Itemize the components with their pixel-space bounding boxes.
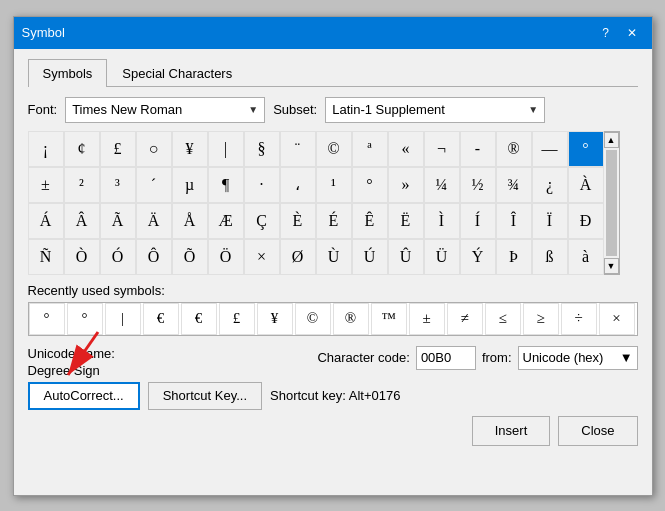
symbol-cell[interactable]: Ë (388, 203, 424, 239)
bottom-buttons-row: Insert Close (28, 416, 638, 446)
symbol-cell[interactable]: · (244, 167, 280, 203)
symbol-cell[interactable]: Á (28, 203, 64, 239)
symbol-cell[interactable]: Ø (280, 239, 316, 275)
recent-symbol-cell[interactable]: © (295, 303, 331, 335)
symbol-cell[interactable]: à (568, 239, 604, 275)
symbol-scrollbar[interactable]: ▲ ▼ (604, 131, 620, 275)
close-x-button[interactable]: ✕ (620, 23, 644, 43)
symbol-cell[interactable]: Ô (136, 239, 172, 275)
symbol-cell[interactable]: Ð (568, 203, 604, 239)
symbol-cell[interactable]: Ò (64, 239, 100, 275)
recent-symbol-cell[interactable]: ® (333, 303, 369, 335)
symbol-cell[interactable]: ¬ (424, 131, 460, 167)
symbol-cell[interactable]: Ù (316, 239, 352, 275)
symbol-cell[interactable]: Å (172, 203, 208, 239)
symbol-cell[interactable]: ® (496, 131, 532, 167)
symbol-cell[interactable]: £ (100, 131, 136, 167)
recent-symbol-cell[interactable]: ± (409, 303, 445, 335)
symbol-cell[interactable]: ¾ (496, 167, 532, 203)
symbol-cell[interactable]: » (388, 167, 424, 203)
symbol-cell[interactable]: ، (280, 167, 316, 203)
recent-symbol-cell[interactable]: ÷ (561, 303, 597, 335)
symbol-cell[interactable]: Ö (208, 239, 244, 275)
symbol-cell[interactable]: µ (172, 167, 208, 203)
symbol-cell[interactable]: ¡ (28, 131, 64, 167)
symbol-cell[interactable]: Þ (496, 239, 532, 275)
symbol-cell[interactable]: Ú (352, 239, 388, 275)
symbol-cell[interactable]: Ì (424, 203, 460, 239)
symbol-cell[interactable]: ½ (460, 167, 496, 203)
symbol-cell[interactable]: Í (460, 203, 496, 239)
autocorrect-button[interactable]: AutoCorrect... (28, 382, 140, 410)
action-buttons-row: AutoCorrect... Shortcut Key... Shortcut … (28, 382, 638, 410)
symbol-cell[interactable]: | (208, 131, 244, 167)
symbol-cell[interactable]: ´ (136, 167, 172, 203)
symbol-cell[interactable]: - (460, 131, 496, 167)
symbol-cell[interactable]: ª (352, 131, 388, 167)
recent-symbol-cell[interactable]: × (599, 303, 635, 335)
symbol-cell[interactable]: — (532, 131, 568, 167)
symbol-cell[interactable]: ° (352, 167, 388, 203)
recent-symbol-cell[interactable]: ™ (371, 303, 407, 335)
from-select[interactable]: Unicode (hex) ▼ (518, 346, 638, 370)
recent-symbol-cell[interactable]: ¥ (257, 303, 293, 335)
scroll-up-button[interactable]: ▲ (604, 132, 619, 148)
close-button[interactable]: Close (558, 416, 637, 446)
symbol-cell[interactable]: ¶ (208, 167, 244, 203)
recent-symbol-cell[interactable]: ° (29, 303, 65, 335)
recent-symbol-cell[interactable]: € (143, 303, 179, 335)
recent-symbol-cell[interactable]: ≥ (523, 303, 559, 335)
symbol-cell[interactable]: Ó (100, 239, 136, 275)
symbol-cell[interactable]: É (316, 203, 352, 239)
insert-button[interactable]: Insert (472, 416, 551, 446)
symbol-cell[interactable]: ± (28, 167, 64, 203)
recent-symbol-cell[interactable]: ° (67, 303, 103, 335)
symbol-cell[interactable]: ¥ (172, 131, 208, 167)
font-select[interactable]: Times New Roman ▼ (65, 97, 265, 123)
symbol-cell[interactable]: Ü (424, 239, 460, 275)
subset-select[interactable]: Latin-1 Supplement ▼ (325, 97, 545, 123)
symbol-grid: ¡¢£○¥|§¨©ª«¬-®—°±²³´µ¶·،¹°»¼½¾¿ÀÁÂÃÄÅÆÇÈ… (28, 131, 604, 275)
symbol-cell[interactable]: ¨ (280, 131, 316, 167)
symbol-cell[interactable]: À (568, 167, 604, 203)
symbol-cell[interactable]: Õ (172, 239, 208, 275)
tab-special-characters[interactable]: Special Characters (107, 59, 247, 87)
recent-symbol-cell[interactable]: ≤ (485, 303, 521, 335)
symbol-cell[interactable]: È (280, 203, 316, 239)
char-code-input[interactable] (416, 346, 476, 370)
symbol-cell[interactable]: ¼ (424, 167, 460, 203)
symbol-cell[interactable]: Ã (100, 203, 136, 239)
symbol-cell[interactable]: « (388, 131, 424, 167)
shortcut-key-button[interactable]: Shortcut Key... (148, 382, 262, 410)
symbol-cell[interactable]: Î (496, 203, 532, 239)
symbol-dialog: Symbol ? ✕ Symbols Special Characters Fo… (13, 16, 653, 496)
symbol-cell[interactable]: Â (64, 203, 100, 239)
symbol-cell[interactable]: ¿ (532, 167, 568, 203)
symbol-cell[interactable]: ¹ (316, 167, 352, 203)
symbol-cell[interactable]: ° (568, 131, 604, 167)
symbol-cell[interactable]: ○ (136, 131, 172, 167)
recent-symbol-cell[interactable]: | (105, 303, 141, 335)
symbol-cell[interactable]: © (316, 131, 352, 167)
symbol-cell[interactable]: Ä (136, 203, 172, 239)
help-button[interactable]: ? (594, 23, 618, 43)
symbol-cell[interactable]: Ý (460, 239, 496, 275)
recent-symbol-cell[interactable]: € (181, 303, 217, 335)
tab-symbols[interactable]: Symbols (28, 59, 108, 87)
symbol-cell[interactable]: ß (532, 239, 568, 275)
symbol-cell[interactable]: ¢ (64, 131, 100, 167)
symbol-cell[interactable]: Ñ (28, 239, 64, 275)
scroll-down-button[interactable]: ▼ (604, 258, 619, 274)
symbol-cell[interactable]: ² (64, 167, 100, 203)
symbol-cell[interactable]: Ï (532, 203, 568, 239)
recent-symbol-cell[interactable]: ≠ (447, 303, 483, 335)
symbol-cell[interactable]: § (244, 131, 280, 167)
symbol-cell[interactable]: Ê (352, 203, 388, 239)
symbol-cell[interactable]: Ç (244, 203, 280, 239)
recent-symbol-cell[interactable]: £ (219, 303, 255, 335)
symbol-cell[interactable]: ³ (100, 167, 136, 203)
scroll-thumb[interactable] (606, 150, 617, 256)
symbol-cell[interactable]: × (244, 239, 280, 275)
symbol-cell[interactable]: Û (388, 239, 424, 275)
symbol-cell[interactable]: Æ (208, 203, 244, 239)
